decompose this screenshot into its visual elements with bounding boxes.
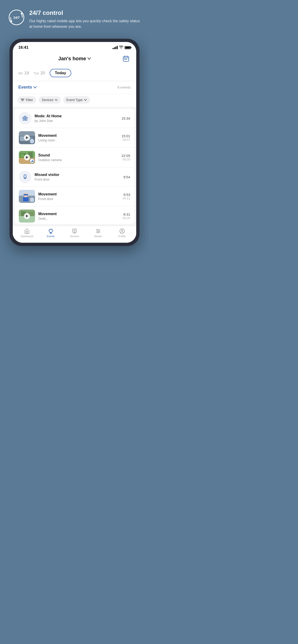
devices-icon <box>72 228 77 234</box>
date-tab-tue20[interactable]: Tue 20 <box>34 71 45 76</box>
status-bar: 16:41 <box>13 42 136 52</box>
play-button[interactable] <box>24 135 30 141</box>
event-time: 15:34 <box>121 116 130 120</box>
dashboard-label: Dashboard <box>21 235 33 238</box>
filter-label: Filter <box>26 98 33 102</box>
event-item[interactable]: Movement Front door 9:53 00:11 <box>15 186 134 206</box>
svg-rect-27 <box>32 160 33 162</box>
svg-rect-35 <box>24 194 28 196</box>
svg-rect-25 <box>31 161 31 162</box>
battery-icon <box>125 46 131 49</box>
filter-row: Filter Devices Event Type <box>13 94 136 107</box>
profile-icon <box>119 228 125 234</box>
events-title-group[interactable]: Events <box>18 85 37 90</box>
phone-screen: 16:41 <box>13 42 136 243</box>
svg-point-47 <box>74 230 75 231</box>
event-duration: 00:07 <box>121 138 130 142</box>
svg-point-24 <box>21 154 24 158</box>
ai-motion-badge <box>30 198 34 202</box>
modes-icon <box>95 228 101 234</box>
event-thumb-icon <box>19 170 31 183</box>
svg-point-45 <box>50 229 51 230</box>
app-header: Jan's home <box>13 52 136 67</box>
event-info: Mode: At Home by John Doe <box>35 114 118 123</box>
date-number: 19 <box>24 71 29 76</box>
status-icons <box>113 46 131 50</box>
dashboard-icon <box>24 228 30 234</box>
event-time: 8:31 00:20 <box>123 212 130 220</box>
nav-profile[interactable]: Profile <box>115 228 129 238</box>
events-header: Events 8 events <box>13 81 136 94</box>
event-sub: by John Doe <box>35 119 118 123</box>
nav-dashboard[interactable]: Dashboard <box>20 228 34 238</box>
event-item[interactable]: Mode: At Home by John Doe 15:34 <box>15 109 134 128</box>
home-mode-icon <box>22 115 28 122</box>
event-name: Movement <box>38 134 118 138</box>
hero-icon: 24/7 <box>8 9 25 26</box>
devices-label: Devices <box>70 235 79 238</box>
event-time-main: 15:01 <box>121 134 130 138</box>
devices-filter-button[interactable]: Devices <box>39 96 61 104</box>
nav-devices[interactable]: Devices <box>68 228 82 238</box>
event-name: Missed visitor <box>35 173 120 177</box>
event-info: Movement Outd... <box>38 212 119 220</box>
event-duration: 00:20 <box>121 158 130 161</box>
events-list: Mode: At Home by John Doe 15:34 <box>15 109 134 224</box>
event-item[interactable]: Sound Outdoor camera 22:05 00:20 <box>15 148 134 168</box>
event-time-main: 15:34 <box>121 116 130 120</box>
svg-point-18 <box>32 141 32 142</box>
devices-chevron-icon <box>55 99 58 101</box>
profile-label: Profile <box>118 235 126 238</box>
nav-events[interactable]: Events <box>44 228 58 238</box>
event-info: Missed visitor Front door <box>35 173 120 181</box>
event-thumbnail <box>19 131 35 144</box>
event-item[interactable]: Missed visitor Front door 9:54 <box>15 168 134 186</box>
date-tab-today[interactable]: Today <box>50 69 71 77</box>
event-item[interactable]: Movement Outd... 8:31 00:20 <box>15 206 134 224</box>
event-thumbnail <box>19 151 35 164</box>
events-chevron-icon <box>34 86 37 88</box>
filter-button[interactable]: Filter <box>18 96 36 104</box>
event-type-chevron-icon <box>84 99 87 101</box>
date-day-label: Mo <box>18 72 23 75</box>
event-type-label: Event Type <box>66 98 83 102</box>
events-icon <box>48 228 54 234</box>
content-area: Events 8 events <box>13 81 136 243</box>
phone-shell: 16:41 <box>10 39 139 246</box>
svg-point-19 <box>33 141 33 142</box>
play-button[interactable] <box>24 154 30 160</box>
event-sub: Outd... <box>38 217 119 220</box>
calendar-button[interactable] <box>121 54 131 63</box>
event-time: 15:01 00:07 <box>121 134 130 142</box>
event-item[interactable]: Movement Living room 15:01 00:07 <box>15 128 134 148</box>
date-tabs: Mo 19 Tue 20 Today <box>13 67 136 81</box>
event-time-main: 8:31 <box>123 212 130 216</box>
date-number: 20 <box>40 71 45 76</box>
home-title[interactable]: Jan's home <box>58 56 91 62</box>
play-button[interactable] <box>24 213 30 219</box>
nav-modes[interactable]: Modes <box>91 228 105 238</box>
event-thumbnail <box>19 190 35 203</box>
wifi-icon <box>119 46 123 50</box>
hero-text: 24/7 control Our highly rated mobile app… <box>29 9 141 30</box>
date-tab-mo19[interactable]: Mo 19 <box>18 71 29 76</box>
chevron-down-icon <box>88 58 91 60</box>
event-thumb-icon <box>19 112 31 124</box>
status-time: 16:41 <box>18 45 28 50</box>
event-name: Movement <box>38 212 119 216</box>
phone-wrapper: 16:41 <box>0 39 149 246</box>
event-time-main: 9:54 <box>123 175 130 179</box>
svg-point-17 <box>31 141 32 142</box>
event-info: Movement Living room <box>38 134 118 142</box>
event-type-filter-button[interactable]: Event Type <box>63 96 90 104</box>
svg-rect-7 <box>126 59 127 60</box>
hero-title: 24/7 control <box>29 9 141 16</box>
signal-icon <box>113 46 118 49</box>
svg-rect-46 <box>72 229 77 232</box>
event-time-main: 9:53 <box>123 193 130 196</box>
filter-icon <box>21 98 24 101</box>
hero-description: Our highly rated mobile app lets you qui… <box>29 18 141 30</box>
event-thumbnail <box>19 210 35 222</box>
hero-section: 24/7 24/7 control Our highly rated mobil… <box>0 0 149 36</box>
svg-point-40 <box>33 200 33 200</box>
